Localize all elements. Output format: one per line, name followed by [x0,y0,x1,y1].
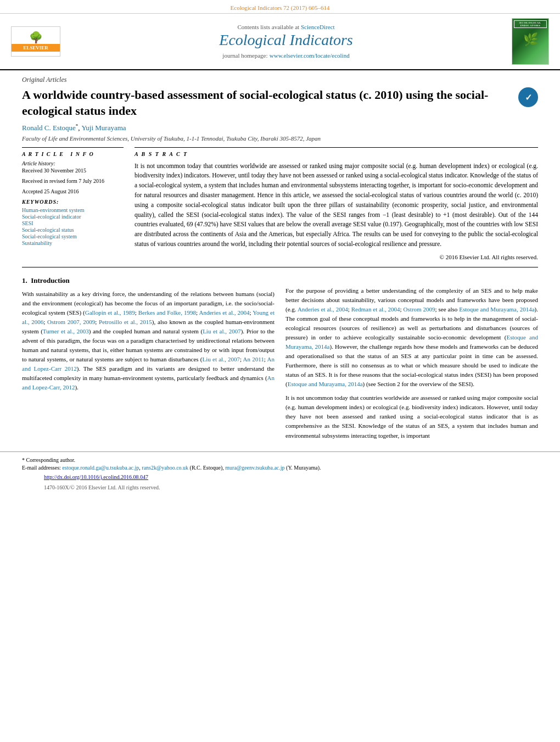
affiliation: Faculty of Life and Environmental Scienc… [22,135,538,142]
email4-link[interactable]: mura@geenv.tsukuba.ac.jp [225,465,284,471]
top-bar: Ecological Indicators 72 (2017) 605–614 [0,0,560,14]
ref-anderies[interactable]: Anderies et al., 2004 [199,309,249,316]
received-date: Received 30 November 2015 [22,168,124,174]
ref-redman[interactable]: Redman et al., 2004 [351,306,400,313]
ref-ostrom2009[interactable]: Ostrom 2009 [404,306,435,313]
revised-date: Received in revised form 7 July 2016 [22,178,124,184]
article-title: A worldwide country-based assessment of … [22,87,513,119]
email5-text: (Y. Murayama). [286,465,321,471]
copyright-line: © 2016 Elsevier Ltd. All rights reserved… [135,254,538,260]
right-column: For the purpose of providing a better un… [285,274,538,440]
journal-ref: Ecological Indicators 72 (2017) 605–614 [231,4,330,11]
accepted-date: Accepted 25 August 2016 [22,188,124,194]
authors-line: Ronald C. Estoque*, Yuji Murayama [22,123,538,132]
issn-text: 1470-160X/© 2016 Elsevier Ltd. All right… [44,484,160,490]
elsevier-logo: 🌳 ELSEVIER [11,26,60,57]
intro-right-para1: For the purpose of providing a better un… [285,286,538,389]
keyword-3[interactable]: SESI [22,220,124,226]
left-column: 1. Introduction With sustainability as a… [22,274,275,440]
abstract-text: It is not uncommon today that countries … [135,161,538,249]
ref-berkes[interactable]: Berkes and Folke, 1998 [138,309,196,316]
corresponding-author-note: * Corresponding author. [22,456,538,464]
ref-turner[interactable]: Turner et al., 2003 [43,328,89,334]
contents-text: Contents lists available at ScienceDirec… [60,24,512,30]
abstract-section: A B S T R A C T It is not uncommon today… [135,147,538,260]
section-number: 1. [22,276,27,284]
ref-liu2007b[interactable]: Liu et al., 2007 [203,356,240,362]
keyword-4[interactable]: Social-ecological status [22,227,124,233]
issn-line: 1470-160X/© 2016 Elsevier Ltd. All right… [22,482,538,493]
homepage-link[interactable]: www.elsevier.com/locate/ecolind [270,52,350,59]
ref-an2011[interactable]: An 2011 [243,356,264,362]
author1-link[interactable]: Ronald C. Estoque [22,124,76,132]
homepage-line: journal homepage: www.elsevier.com/locat… [60,51,512,60]
author2-link[interactable]: Yuji Murayama [81,124,126,132]
ref-petrosillo[interactable]: Petrosillo et al., 2015 [99,319,152,325]
cover-decoration: 🌿 [523,32,538,47]
journal-cover-image: ECOLOGICAL INDICATORS 🌿 [512,18,549,65]
abstract-heading: A B S T R A C T [135,151,538,157]
intro-section-title: 1. Introduction [22,276,275,285]
header-area: 🌳 ELSEVIER Contents lists available at S… [0,14,560,70]
keyword-6[interactable]: Sustainability [22,240,124,246]
keyword-5[interactable]: Social-ecological system [22,233,124,239]
keywords-section: Keywords: Human-environment system Socia… [22,199,124,246]
article-title-area: A worldwide country-based assessment of … [22,87,538,119]
intro-right-para2: It is not uncommon today that countries … [285,393,538,440]
main-content: 1. Introduction With sustainability as a… [0,274,560,440]
crossmark-icon[interactable]: ✓ [518,87,538,107]
header-center: Contents lists available at ScienceDirec… [60,24,512,60]
ref-liu2007[interactable]: Liu et al., 2007 [203,328,241,334]
ref-estoque2014b[interactable]: Estoque and Murayama, 2014a [285,334,538,350]
journal-title: Ecological Indicators [60,31,512,49]
intro-left-para1: With sustainability as a key driving for… [22,289,275,393]
email3-text: (R.C. Estoque), [190,465,224,471]
article-section-label: Original Articles [22,76,538,84]
keywords-heading: Keywords: [22,199,124,205]
ref-gallopin[interactable]: Gallopin et al., 1989 [85,309,135,316]
article-info-heading: A R T I C L E I N F O [22,151,124,157]
ref-an-lopez2[interactable]: An and Lopez-Carr, 2012 [22,375,275,390]
doi-line: http://dx.doi.org/10.1016/j.ecolind.2016… [22,472,538,482]
doi-link[interactable]: http://dx.doi.org/10.1016/j.ecolind.2016… [44,474,148,480]
email-label: E-mail addresses: [22,465,61,471]
footnote-area: * Corresponding author. E-mail addresses… [0,451,560,495]
ref-ostrom2007[interactable]: Ostrom 2007, 2009 [47,319,95,325]
elsevier-tree-icon: 🌳 [29,32,43,43]
article-info: A R T I C L E I N F O Article history: R… [22,147,124,260]
section-divider [22,267,538,267]
cover-title: ECOLOGICAL INDICATORS [514,20,547,28]
info-abstract-columns: A R T I C L E I N F O Article history: R… [22,147,538,260]
corresponding-label: * Corresponding author. [22,457,75,463]
ref-estoque-sesi[interactable]: Estoque and Murayama, 2014a [288,381,363,387]
elsevier-label: ELSEVIER [12,44,60,52]
email-line: E-mail addresses: estoque.ronald.ga@u.ts… [22,464,538,472]
article-section: Original Articles A worldwide country-ba… [0,70,560,260]
homepage-text: journal homepage: [222,52,267,59]
keyword-2[interactable]: Social-ecological indicator [22,214,124,220]
author1-sup: * [76,123,79,129]
section-title-text: Introduction [31,276,70,284]
history-label: Article history: [22,160,124,166]
email1-link[interactable]: estoque.ronald.ga@u.tsukuba.ac.jp [62,465,139,471]
sciencedirect-link[interactable]: ScienceDirect [301,24,335,30]
ref-anderies2[interactable]: Anderies et al., 2004 [298,306,348,313]
ref-estoque2014a[interactable]: Estoque and Murayama, 2014a [459,306,534,313]
keyword-1[interactable]: Human-environment system [22,207,124,213]
email2-link[interactable]: rans2k@yahoo.co.uk [142,465,188,471]
